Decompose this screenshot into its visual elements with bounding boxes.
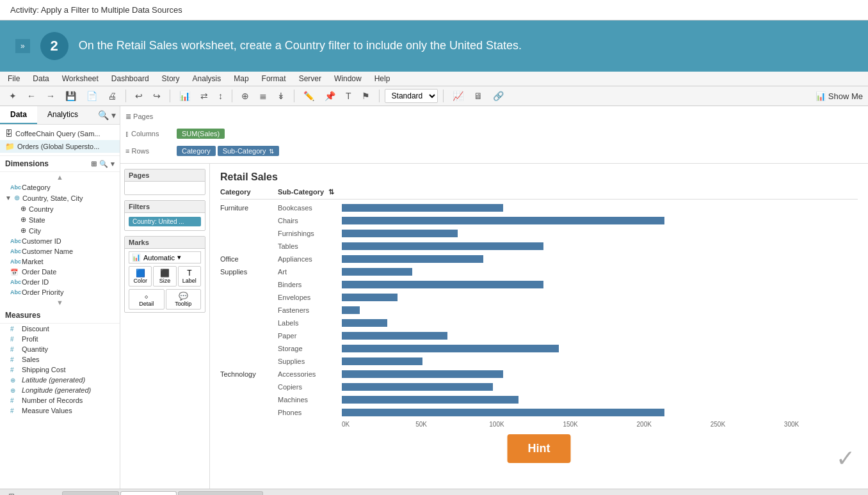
tab-data[interactable]: Data xyxy=(0,106,37,124)
menu-data[interactable]: Data xyxy=(30,73,51,84)
abc-icon-oid: Abc xyxy=(10,279,19,285)
scroll-down[interactable]: ▼ xyxy=(0,297,120,308)
toolbar-back[interactable]: ← xyxy=(23,88,40,104)
toolbar-text[interactable]: T xyxy=(342,88,355,104)
bar-container xyxy=(342,357,858,366)
menu-server[interactable]: Server xyxy=(296,73,324,84)
toolbar-sort2[interactable]: ↡ xyxy=(273,88,289,104)
globe-icon-country: ⊕ xyxy=(20,205,26,213)
collapse-button[interactable]: » xyxy=(15,39,30,53)
filter-country-pill[interactable]: Country: United ... xyxy=(129,217,201,226)
columns-pill-sales[interactable]: SUM(Sales) xyxy=(177,129,225,139)
toolbar-monitor[interactable]: 🖥 xyxy=(470,88,486,104)
datasource-orders[interactable]: 📁 Orders (Global Supersto... xyxy=(0,140,120,153)
field-market[interactable]: Abc Market xyxy=(0,256,120,267)
toolbar-settings[interactable]: ✦ xyxy=(5,88,20,104)
menu-story[interactable]: Story xyxy=(159,73,182,84)
toolbar-sep-3 xyxy=(232,90,232,102)
tab-retail-sales[interactable]: Retail Sales xyxy=(120,491,177,496)
toolbar-filter[interactable]: ≣ xyxy=(255,88,271,104)
rows-pill-subcategory[interactable]: Sub-Category ⇅ xyxy=(218,146,279,156)
field-measurevalues[interactable]: # Measure Values xyxy=(0,405,120,416)
field-profit[interactable]: # Profit xyxy=(0,334,120,344)
toolbar-flag[interactable]: ⚑ xyxy=(358,88,374,104)
rows-label: ≡ Rows xyxy=(125,147,177,155)
search-icon[interactable]: 🔍 xyxy=(99,160,108,168)
toolbar-new[interactable]: 📄 xyxy=(83,88,101,104)
field-country[interactable]: ⊕ Country xyxy=(0,203,120,214)
check-button[interactable]: ✓ xyxy=(836,445,855,472)
field-category[interactable]: Abc Category xyxy=(0,182,120,192)
menu-window[interactable]: Window xyxy=(332,73,364,84)
field-city[interactable]: ⊕ City xyxy=(0,225,120,236)
field-latitude[interactable]: ⊕ Latitude (generated) xyxy=(0,375,120,385)
tab-add-button[interactable]: + xyxy=(264,491,274,496)
panel-menu-icon[interactable]: ▾ xyxy=(111,110,116,120)
field-longitude[interactable]: ⊕ Longitude (generated) xyxy=(0,385,120,395)
bar-container xyxy=(342,344,858,353)
marks-type-label: Automatic xyxy=(143,254,175,262)
marks-tooltip-btn[interactable]: 💬 Tooltip xyxy=(166,289,202,310)
field-orderdate[interactable]: 📅 Order Date xyxy=(0,267,120,277)
toolbar-swap[interactable]: ⇄ xyxy=(197,88,212,104)
columns-label-text: Columns xyxy=(131,130,159,138)
field-customername[interactable]: Abc Customer Name xyxy=(0,246,120,256)
toolbar-sort[interactable]: ↕ xyxy=(214,88,227,104)
field-country-label: Country xyxy=(29,205,54,213)
toolbar-connect[interactable]: ⊕ xyxy=(237,88,253,104)
rows-pill-category[interactable]: Category xyxy=(177,146,216,156)
marks-label-btn[interactable]: T Label xyxy=(178,266,201,287)
marks-type-dropdown[interactable]: 📊 Automatic ▾ xyxy=(129,251,201,263)
menu-help[interactable]: Help xyxy=(372,73,393,84)
menu-map[interactable]: Map xyxy=(231,73,251,84)
field-state[interactable]: ⊕ State xyxy=(0,214,120,225)
marks-detail-btn[interactable]: ⬦ Detail xyxy=(129,289,165,310)
toolbar-pen[interactable]: ✏️ xyxy=(300,88,318,104)
tab-icon-button[interactable]: ⊞ xyxy=(274,491,285,496)
menu-analysis[interactable]: Analysis xyxy=(190,73,224,84)
toolbar-redo[interactable]: ↪ xyxy=(149,88,165,104)
instruction-banner: » 2 On the Retail Sales worksheet, creat… xyxy=(0,20,868,72)
show-me-button[interactable]: 📊 Show Me xyxy=(816,91,863,101)
toolbar-forward[interactable]: → xyxy=(42,88,59,104)
subcat-label: Paper xyxy=(278,332,342,340)
menu-dashboard[interactable]: Dashboard xyxy=(109,73,152,84)
field-discount[interactable]: # Discount xyxy=(0,324,120,334)
menu-file[interactable]: File xyxy=(5,73,22,84)
filters-card-header: Filters xyxy=(125,201,205,213)
hint-button[interactable]: Hint xyxy=(508,434,571,463)
field-numrecords[interactable]: # Number of Records xyxy=(0,395,120,405)
menu-format[interactable]: Format xyxy=(259,73,289,84)
chevron-icon[interactable]: ▾ xyxy=(111,160,115,168)
marks-size-btn[interactable]: ⬛ Size xyxy=(153,266,176,287)
subcat-label: Appliances xyxy=(278,255,342,263)
scroll-up[interactable]: ▲ xyxy=(0,172,120,182)
toolbar-undo[interactable]: ↩ xyxy=(131,88,147,104)
field-sales[interactable]: # Sales xyxy=(0,354,120,365)
datasource-coffeechain[interactable]: 🗄 CoffeeChain Query (Sam... xyxy=(0,127,120,140)
field-category-label: Category xyxy=(22,184,51,191)
panel-search-icon[interactable]: 🔍 xyxy=(98,110,109,120)
menu-worksheet[interactable]: Worksheet xyxy=(60,73,101,84)
field-customerid[interactable]: Abc Customer ID xyxy=(0,236,120,246)
toolbar-chart2[interactable]: 📈 xyxy=(449,88,467,104)
field-orderpriority[interactable]: Abc Order Priority xyxy=(0,287,120,297)
standard-dropdown[interactable]: Standard xyxy=(385,89,438,103)
down-arrow: ▼ xyxy=(56,299,63,306)
tab-analytics[interactable]: Analytics xyxy=(37,106,88,124)
toolbar-pin[interactable]: 📌 xyxy=(321,88,339,104)
tab-coffee-sales[interactable]: Coffee Sales xyxy=(62,491,119,495)
bar xyxy=(342,217,664,224)
field-hierarchy[interactable]: ▼ ⊕ Country, State, City xyxy=(0,192,120,203)
grid-icon[interactable]: ⊞ xyxy=(91,160,97,168)
field-shippingcost[interactable]: # Shipping Cost xyxy=(0,365,120,375)
toolbar-share[interactable]: 🔗 xyxy=(489,88,508,104)
field-quantity[interactable]: # Quantity xyxy=(0,344,120,354)
toolbar-print[interactable]: 🖨 xyxy=(104,88,120,104)
toolbar-save[interactable]: 💾 xyxy=(61,88,80,104)
marks-color-btn[interactable]: 🟦 Color xyxy=(129,266,152,287)
toolbar-viz[interactable]: 📊 xyxy=(175,88,194,104)
field-orderid[interactable]: Abc Order ID xyxy=(0,277,120,287)
tab-us-sales[interactable]: U.S. Sales by Product xyxy=(178,491,264,495)
sort-header-icon[interactable]: ⇅ xyxy=(328,188,334,196)
